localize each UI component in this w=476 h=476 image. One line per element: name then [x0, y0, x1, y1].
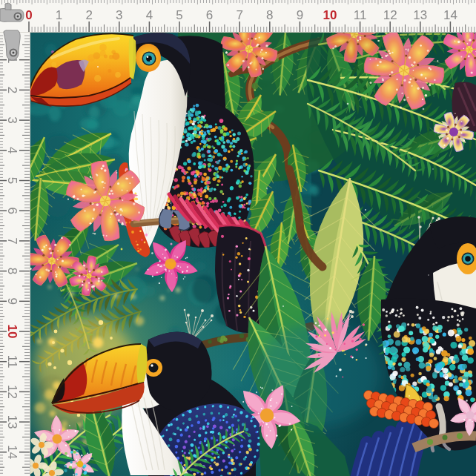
svg-text:3: 3: [5, 116, 19, 123]
svg-text:13: 13: [413, 8, 427, 22]
svg-text:10: 10: [5, 325, 19, 339]
svg-text:5: 5: [176, 8, 182, 22]
svg-text:3: 3: [116, 8, 122, 22]
svg-text:2: 2: [5, 87, 19, 93]
svg-text:9: 9: [5, 298, 19, 305]
svg-text:10: 10: [323, 8, 337, 22]
svg-text:1: 1: [56, 8, 62, 22]
svg-text:4: 4: [5, 147, 19, 153]
svg-text:13: 13: [5, 415, 19, 429]
svg-text:11: 11: [5, 355, 19, 368]
svg-text:14: 14: [443, 8, 457, 22]
svg-text:8: 8: [266, 8, 273, 22]
svg-text:6: 6: [206, 8, 213, 22]
svg-text:8: 8: [5, 268, 19, 274]
svg-text:0: 0: [25, 8, 32, 22]
svg-text:6: 6: [5, 207, 19, 214]
svg-text:5: 5: [5, 177, 19, 184]
svg-text:11: 11: [354, 8, 367, 22]
svg-text:7: 7: [236, 8, 242, 22]
svg-text:4: 4: [146, 8, 153, 22]
svg-text:14: 14: [5, 445, 19, 459]
svg-text:12: 12: [383, 8, 397, 22]
svg-text:7: 7: [5, 237, 19, 244]
svg-text:12: 12: [5, 385, 19, 399]
svg-text:9: 9: [297, 8, 303, 22]
svg-text:2: 2: [85, 8, 92, 22]
